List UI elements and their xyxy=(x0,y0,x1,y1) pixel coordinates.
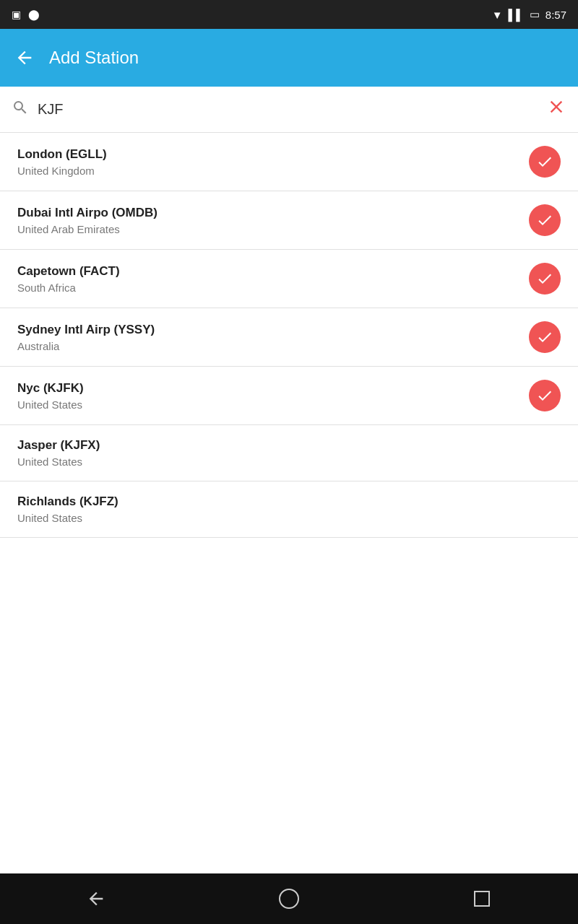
station-name: Capetown (FACT) xyxy=(17,264,529,279)
selected-check-icon[interactable] xyxy=(529,380,561,411)
selected-check-icon[interactable] xyxy=(529,263,561,295)
list-item[interactable]: Nyc (KJFK)United States xyxy=(0,367,578,425)
sim-icon: ▣ xyxy=(12,9,21,20)
back-button[interactable] xyxy=(14,48,35,68)
list-item[interactable]: Richlands (KJFZ)United States xyxy=(0,481,578,538)
list-item[interactable]: Capetown (FACT)South Africa xyxy=(0,250,578,308)
selected-check-icon[interactable] xyxy=(529,146,561,178)
home-nav-button[interactable] xyxy=(267,877,311,920)
signal-icon: ▌▌ xyxy=(509,9,524,21)
station-country: Australia xyxy=(17,340,529,352)
status-bar: ▣ ⬤ ▼ ▌▌ ▭ 8:57 xyxy=(0,0,578,29)
notification-icon: ⬤ xyxy=(28,9,40,20)
list-item[interactable]: Jasper (KJFX)United States xyxy=(0,425,578,481)
selected-check-icon[interactable] xyxy=(529,321,561,353)
station-country: United Arab Emirates xyxy=(17,223,529,235)
search-input[interactable] xyxy=(38,101,538,118)
status-bar-left: ▣ ⬤ xyxy=(12,9,40,20)
station-list: London (EGLL)United KingdomDubai Intl Ai… xyxy=(0,133,578,538)
page-title: Add Station xyxy=(49,48,139,68)
station-name: Dubai Intl Airpo (OMDB) xyxy=(17,206,529,220)
list-item[interactable]: Sydney Intl Airp (YSSY)Australia xyxy=(0,308,578,367)
back-nav-button[interactable] xyxy=(74,877,118,920)
station-name: Nyc (KJFK) xyxy=(17,381,529,396)
station-country: United Kingdom xyxy=(17,165,529,177)
battery-icon: ▭ xyxy=(530,8,540,21)
wifi-icon: ▼ xyxy=(492,9,503,21)
search-bar xyxy=(0,87,578,133)
station-country: United States xyxy=(17,398,529,411)
time: 8:57 xyxy=(545,9,566,21)
selected-check-icon[interactable] xyxy=(529,204,561,236)
station-name: Jasper (KJFX) xyxy=(17,438,561,453)
station-country: South Africa xyxy=(17,282,529,294)
list-item[interactable]: London (EGLL)United Kingdom xyxy=(0,133,578,191)
recents-square-icon xyxy=(474,891,490,907)
home-circle-icon xyxy=(279,889,299,909)
app-bar: Add Station xyxy=(0,29,578,87)
station-name: Sydney Intl Airp (YSSY) xyxy=(17,323,529,337)
station-name: London (EGLL) xyxy=(17,147,529,162)
status-bar-right: ▼ ▌▌ ▭ 8:57 xyxy=(492,8,566,21)
bottom-nav xyxy=(0,873,578,924)
station-name: Richlands (KJFZ) xyxy=(17,494,561,509)
station-country: United States xyxy=(17,512,561,524)
search-icon xyxy=(12,99,29,121)
station-country: United States xyxy=(17,456,561,468)
list-item[interactable]: Dubai Intl Airpo (OMDB)United Arab Emira… xyxy=(0,191,578,250)
clear-search-button[interactable] xyxy=(546,97,566,122)
recents-nav-button[interactable] xyxy=(460,877,504,920)
